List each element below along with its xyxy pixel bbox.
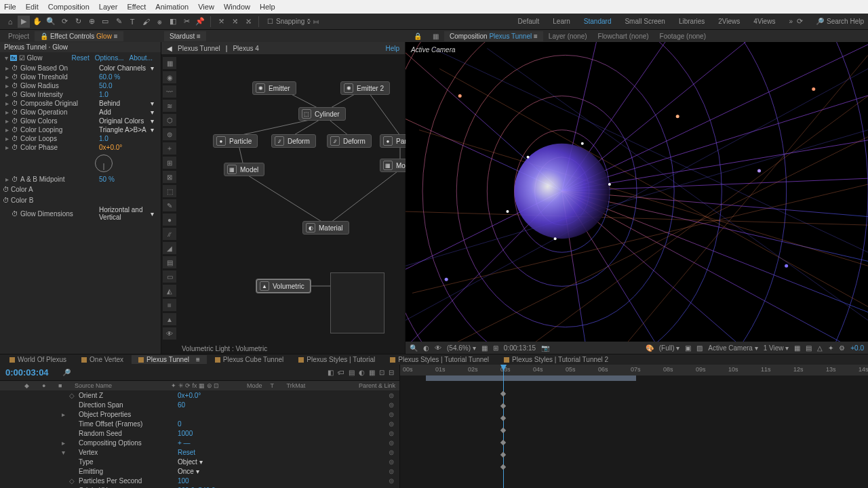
prop-value[interactable]: 50.0 [99,82,158,89]
effect-enable-checkbox[interactable]: ☑ [18,54,26,62]
timeline-tab[interactable]: World Of Plexus [3,355,73,364]
timeline-property-row[interactable]: ▸Compositing Options+ —⊚ [0,438,399,447]
panel-menu-icon[interactable]: ≡ [197,33,201,40]
panel-tool-icon[interactable]: ⊠ [163,171,176,183]
view-opt-icon[interactable]: △ [817,344,823,352]
res-toggle-icon[interactable]: ▦ [481,344,488,352]
parent-pickwhip-icon[interactable]: ⊚ [387,449,395,456]
zoom-dropdown[interactable]: (54.6%) ▾ [447,344,476,352]
clone-tool-icon[interactable]: ⎈ [153,16,165,28]
dropdown[interactable]: Behind▾ [99,100,158,107]
panel-tool-icon[interactable]: ≋ [163,100,176,112]
stopwatch-icon[interactable]: ⏱ [11,126,19,134]
timeline-tab[interactable]: Plexus Cube Tunnel [208,355,291,364]
anchor-tool-icon[interactable]: ⊕ [85,16,98,28]
timeline-property-row[interactable]: ◇Orient Z0x+0.0°⊚ [0,390,399,400]
panel-tool-icon[interactable]: ＋ [163,142,176,155]
search-icon[interactable]: 🔎 [62,369,71,376]
workspace-overflow-icon[interactable]: » [789,18,793,25]
node-model[interactable]: ▦Model [224,163,264,176]
panel-menu-icon[interactable]: ≡ [196,356,200,363]
stopwatch-icon[interactable]: ⏱ [11,117,19,125]
phase-dial-icon[interactable] [95,155,113,172]
current-time[interactable]: 0:00:03:04 [5,367,49,378]
node-emitter-2[interactable]: ✺Emitter 2 [340,81,390,95]
prop-dropdown[interactable]: Once ▾ [178,468,239,475]
work-area-bar[interactable] [426,375,636,381]
back-icon[interactable]: ◀ [167,45,172,52]
timeline-property-row[interactable]: ◇Origin XY960.0, 540.0⊚ [0,485,399,488]
rotate-tool-icon[interactable]: ↻ [72,16,84,28]
timeline-property-row[interactable]: Random Seed1000⊚ [0,428,399,438]
keyframe-icon[interactable] [500,428,506,433]
tab-lock-icon[interactable]: 🔒 [408,31,427,41]
view-count-dropdown[interactable]: 1 View ▾ [764,344,789,352]
timeline-property-row[interactable]: ▾VertexReset⊚ [0,447,399,457]
panel-tool-icon[interactable]: ✎ [163,199,176,211]
pen-tool-icon[interactable]: ✎ [113,16,125,28]
tab-layer-icon[interactable]: ▦ [427,31,444,41]
dropdown[interactable]: Color Channels▾ [99,64,158,72]
menu-composition[interactable]: Composition [48,3,90,11]
panel-tool-icon[interactable]: ▲ [163,313,176,325]
twirl-icon[interactable]: ▸ [3,82,11,89]
twirl-icon[interactable]: ▾ [58,449,68,456]
twirl-icon[interactable]: ▸ [3,108,11,116]
tab-flowchart[interactable]: Flowchart (none) [593,31,654,41]
panel-tool-icon[interactable]: ◢ [163,242,176,254]
parent-pickwhip-icon[interactable]: ⊚ [387,430,395,437]
tl-tool-icon[interactable]: ◐ [359,369,365,376]
stopwatch-icon[interactable]: ⏱ [3,186,9,193]
prop-value[interactable]: 100 [178,477,239,485]
panel-menu-icon[interactable]: ≡ [114,33,118,40]
view-opt-icon[interactable]: ✦ [828,344,833,352]
keyframe-icon[interactable] [500,391,506,396]
resolution-dropdown[interactable]: (Full) ▾ [659,344,680,352]
twirl-icon[interactable]: ▸ [3,176,11,183]
rect-tool-icon[interactable]: ▭ [99,16,111,28]
axis-world-icon[interactable]: ⤨ [229,16,241,28]
axis-local-icon[interactable]: ⤧ [215,16,227,28]
node-particle[interactable]: ●Particle [213,134,258,148]
preview-thumbnail[interactable] [330,272,384,333]
panel-menu-icon[interactable]: ≡ [534,33,538,40]
search-help[interactable]: 🔎 Search Help [816,18,864,25]
prop-dropdown[interactable]: Object ▾ [178,458,239,466]
col-parent[interactable]: Parent & Link [359,382,395,389]
twirl-icon[interactable]: ▸ [58,439,68,447]
color-mgmt-icon[interactable]: 🎨 [646,344,654,352]
tl-tool-icon[interactable]: ◧ [328,369,334,376]
workspace-learn[interactable]: Learn [553,18,570,25]
timeline-tab[interactable]: Plexus Styles | Tutorial Tunnel [383,355,496,364]
panel-tool-icon[interactable]: ◭ [163,285,176,297]
dropdown[interactable]: Original Colors▾ [99,117,158,125]
keyframe-icon[interactable] [500,415,506,421]
snapping-toggle[interactable]: ☐ Snapping ⧲ ⧦ [267,18,319,26]
panel-tool-icon[interactable]: ⫽ [163,228,176,240]
tab-effect-controls[interactable]: 🔒 Effect Controls Glow ≡ [35,31,123,41]
alpha-icon[interactable]: ◐ [423,344,429,352]
parent-pickwhip-icon[interactable]: ⊚ [387,392,395,399]
tl-tool-icon[interactable]: ⊡ [379,369,384,376]
tab-composition[interactable]: Composition Plexus Tunnel ≡ [444,31,543,41]
selection-tool-icon[interactable]: ▶ [18,16,30,28]
panel-tool-icon[interactable]: ⊞ [163,157,176,169]
timeline-property-row[interactable]: Direction Span60⊚ [0,400,399,409]
menu-edit[interactable]: Edit [26,3,39,11]
text-tool-icon[interactable]: T [126,16,138,28]
panel-tool-icon[interactable]: ≡ [163,299,176,311]
panel-tool-icon[interactable]: ▭ [163,270,176,283]
link-options[interactable]: Options... [95,54,124,62]
snapshot-icon[interactable]: 📷 [541,344,549,352]
keyframe-icon[interactable] [500,403,506,409]
prop-value[interactable]: + — [178,439,239,447]
tab-footage[interactable]: Footage (none) [654,31,711,41]
keyframe-icon[interactable] [500,464,506,470]
tl-tool-icon[interactable]: ⊟ [389,369,394,376]
twirl-icon[interactable]: ▸ [3,100,11,107]
axis-view-icon[interactable]: ⤩ [242,16,254,28]
node-emitter[interactable]: ✺Emitter [252,81,296,95]
panel-tool-icon[interactable]: 👁 [163,327,176,340]
timeline-property-row[interactable]: Time Offset (Frames)0⊚ [0,419,399,428]
timeline-ruler-area[interactable]: 00s01s02s03s04s05s06s07s08s09s10s11s12s1… [400,365,868,488]
